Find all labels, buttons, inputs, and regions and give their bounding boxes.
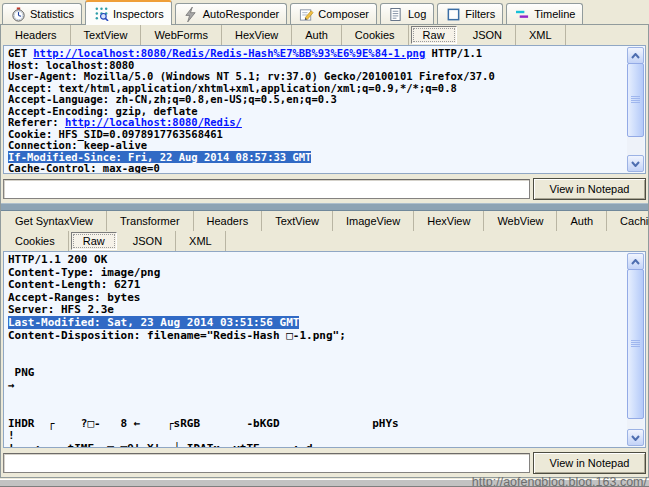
url-link[interactable]: http://localhost:8080/Redis/Redis-Hash%E… xyxy=(33,47,425,59)
response-tab-hexview[interactable]: HexView xyxy=(414,211,484,231)
lightning-icon xyxy=(183,7,199,22)
raw-line xyxy=(8,342,623,355)
request-tab-auth[interactable]: Auth xyxy=(292,25,342,45)
response-command-input[interactable] xyxy=(3,453,530,473)
top-tab-label: AutoResponder xyxy=(203,8,279,20)
log-icon xyxy=(388,7,404,22)
watermark-text: http://aofengblog.blog.163.com/ xyxy=(472,475,647,487)
raw-text: Cache-Control: max-age=0 xyxy=(8,162,160,174)
scroll-up-button[interactable] xyxy=(627,253,644,270)
top-tab-label: Filters xyxy=(465,8,495,20)
compose-icon xyxy=(298,7,314,22)
top-tab-statistics[interactable]: Statistics xyxy=(2,3,82,24)
request-tab-hexview[interactable]: HexView xyxy=(222,25,292,45)
raw-text: HTTP/1.1 200 OK xyxy=(8,253,107,266)
filter-icon xyxy=(445,7,461,22)
response-tab-auth[interactable]: Auth xyxy=(557,211,607,231)
raw-text: Server: HFS 2.3e xyxy=(8,303,114,316)
request-tab-webforms[interactable]: WebForms xyxy=(141,25,222,45)
top-tab-inspectors[interactable]: Inspectors xyxy=(85,0,172,25)
top-tab-autoresponder[interactable]: AutoResponder xyxy=(175,3,287,24)
request-tab-json[interactable]: JSON xyxy=(460,25,516,45)
raw-text: IHDR ┌ ?□- 8 ← ┌sRGB -bKGD pHYs xyxy=(8,417,399,430)
raw-text: Cookie: HFS_SID=0.0978917763568461 xyxy=(8,128,223,140)
response-tab-webview[interactable]: WebView xyxy=(484,211,557,231)
response-tab-imageview[interactable]: ImageView xyxy=(333,211,414,231)
response-tab-cookies[interactable]: Cookies xyxy=(2,231,69,251)
raw-text: HTTP/1.1 xyxy=(425,47,482,59)
response-scrollbar[interactable] xyxy=(627,253,644,446)
url-link[interactable]: http://localhost:8080/Redis/ xyxy=(65,116,242,128)
top-tab-label: Timeline xyxy=(534,8,575,20)
response-tab-xml[interactable]: XML xyxy=(176,231,226,251)
raw-line: Connection: keep-alive xyxy=(8,140,623,152)
response-inspector-tab-row-2: CookiesRawJSONXML xyxy=(1,231,648,251)
request-tab-headers[interactable]: Headers xyxy=(2,25,71,45)
raw-text: ! xyxy=(8,429,15,442)
raw-text: Accept: text/html,application/xhtml+xml,… xyxy=(8,82,457,94)
raw-text: GET xyxy=(8,47,33,59)
raw-line xyxy=(8,393,623,406)
raw-line xyxy=(8,355,623,368)
request-view-in-notepad-button[interactable]: View in Notepad xyxy=(533,178,646,200)
top-tab-label: Inspectors xyxy=(113,8,164,20)
response-raw-view[interactable]: HTTP/1.1 200 OKContent-Type: image/pngCo… xyxy=(3,251,646,448)
raw-line: PNG xyxy=(8,367,623,380)
raw-text: Host: localhost:8080 xyxy=(8,59,134,71)
selected-header-text: If-Modified-Since: Fri, 22 Aug 2014 08:5… xyxy=(8,151,311,163)
top-tab-timeline[interactable]: Timeline xyxy=(506,3,583,24)
scroll-up-button[interactable] xyxy=(627,47,644,64)
raw-text: Referer: xyxy=(8,116,65,128)
scroll-down-button[interactable] xyxy=(627,429,644,446)
raw-line: !┌ ↑ tIME □┬□9! X! ┤ IDATx ytTE ; d xyxy=(8,443,623,448)
response-action-row: View in Notepad xyxy=(1,448,648,477)
response-inspector-tab-row-1: Get SyntaxViewTransformerHeadersTextView… xyxy=(1,211,648,231)
top-tab-label: Composer xyxy=(318,8,369,20)
fiddler-window: StatisticsInspectorsAutoResponderCompose… xyxy=(0,0,649,487)
raw-line: → xyxy=(8,380,623,393)
top-tab-filters[interactable]: Filters xyxy=(437,3,503,24)
request-tab-textview[interactable]: TextView xyxy=(71,25,142,45)
raw-text: Accept-Ranges: bytes xyxy=(8,291,140,304)
scroll-down-button[interactable] xyxy=(627,155,644,172)
response-tab-textview[interactable]: TextView xyxy=(262,211,333,231)
raw-text: User-Agent: Mozilla/5.0 (Windows NT 5.1;… xyxy=(8,70,495,82)
raw-text: Content-Disposition: filename="Redis-Has… xyxy=(8,329,346,342)
pane-splitter[interactable] xyxy=(1,203,648,211)
raw-text: PNG xyxy=(8,366,35,379)
response-tab-transformer[interactable]: Transformer xyxy=(107,211,194,231)
raw-line: IHDR ┌ ?□- 8 ← ┌sRGB -bKGD pHYs xyxy=(8,418,623,431)
inspectors-icon xyxy=(93,6,109,21)
stopwatch-icon xyxy=(10,7,26,22)
response-tab-get-syntaxview[interactable]: Get SyntaxView xyxy=(2,211,107,231)
response-tab-raw[interactable]: Raw xyxy=(71,232,117,250)
scroll-thumb[interactable] xyxy=(627,269,644,419)
raw-text: Accept-Language: zh-CN,zh;q=0.8,en-US;q=… xyxy=(8,93,337,105)
timeline-icon xyxy=(514,7,530,22)
response-raw-text: HTTP/1.1 200 OKContent-Type: image/pngCo… xyxy=(4,252,645,448)
response-tab-caching[interactable]: Caching xyxy=(607,211,649,231)
raw-line: Cache-Control: max-age=0 xyxy=(8,163,623,174)
scroll-thumb[interactable] xyxy=(627,63,644,137)
request-tab-raw[interactable]: Raw xyxy=(411,26,457,44)
selected-header-text: Last-Modified: Sat, 23 Aug 2014 03:51:56… xyxy=(8,316,299,329)
top-tab-label: Statistics xyxy=(30,8,74,20)
request-raw-view[interactable]: GET http://localhost:8080/Redis/Redis-Ha… xyxy=(3,45,646,174)
main-tab-bar: StatisticsInspectorsAutoResponderCompose… xyxy=(0,0,649,24)
raw-text: Connection: keep-alive xyxy=(8,139,147,151)
request-tab-cookies[interactable]: Cookies xyxy=(342,25,409,45)
request-command-input[interactable] xyxy=(3,179,530,199)
raw-text: Content-Type: image/png xyxy=(8,266,160,279)
raw-text: Content-Length: 6271 xyxy=(8,278,140,291)
response-view-in-notepad-button[interactable]: View in Notepad xyxy=(533,452,646,474)
request-scrollbar[interactable] xyxy=(627,47,644,172)
raw-line: Content-Disposition: filename="Redis-Has… xyxy=(8,330,623,343)
request-tab-xml[interactable]: XML xyxy=(516,25,566,45)
response-tab-headers[interactable]: Headers xyxy=(194,211,263,231)
response-tab-json[interactable]: JSON xyxy=(120,231,176,251)
inspectors-panel: HeadersTextViewWebFormsHexViewAuthCookie… xyxy=(0,24,649,478)
raw-text: Accept-Encoding: gzip, deflate xyxy=(8,105,198,117)
top-tab-log[interactable]: Log xyxy=(380,3,434,24)
top-tab-composer[interactable]: Composer xyxy=(290,3,377,24)
raw-text: → xyxy=(8,379,15,392)
